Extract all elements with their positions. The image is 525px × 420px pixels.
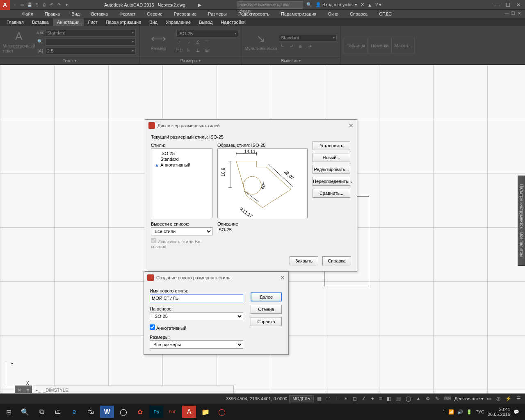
menu-dimension[interactable]: Размеры — [202, 11, 233, 16]
style-item[interactable]: ISO-25 — [155, 151, 209, 156]
dyn-icon[interactable]: + — [370, 396, 376, 402]
tab-insert[interactable]: Вставка — [28, 18, 53, 26]
panel-lead-label[interactable]: Выноски — [242, 57, 340, 64]
tab-annotate[interactable]: Аннотации — [53, 18, 84, 26]
isolate-icon[interactable]: ◎ — [495, 396, 502, 402]
close-dialog-button[interactable]: Закрыть — [290, 256, 318, 265]
menu-parametric[interactable]: Параметризация — [275, 11, 322, 16]
menu-view[interactable]: Вид — [66, 11, 85, 16]
style-item-annotative[interactable]: ▲ Аннотативный — [155, 162, 209, 168]
dim-ordinate-icon[interactable]: ⊥ — [194, 47, 201, 54]
dim-arc-icon[interactable]: ⌒ — [203, 39, 210, 46]
leader-add-icon[interactable]: ⤷ — [279, 43, 285, 50]
style-item[interactable]: Standard — [155, 156, 209, 162]
clean-icon[interactable]: ▭ — [485, 396, 493, 402]
mleader-button[interactable]: ↘Мультивыноска — [245, 32, 276, 51]
doc-restore-icon[interactable]: ❐ — [511, 11, 517, 17]
language-indicator[interactable]: РУС — [475, 409, 484, 414]
search-go-icon[interactable]: ▶ — [198, 2, 201, 8]
cancel-button[interactable]: Отмена — [251, 305, 282, 314]
leader-align-icon[interactable]: ≡ — [297, 43, 304, 50]
menu-spds[interactable]: СПДС — [373, 11, 397, 16]
photoshop-icon[interactable]: Ps — [149, 406, 163, 418]
app-icon[interactable]: ✿ — [133, 406, 147, 418]
dim-aligned-icon[interactable]: ⟋ — [185, 39, 192, 46]
new-name-input[interactable] — [150, 294, 243, 302]
leader-remove-icon[interactable]: ⤶ — [288, 43, 294, 50]
dim-tolerance-icon[interactable]: ⊕ — [203, 47, 210, 54]
dialog2-titlebar[interactable]: Создание нового размерного стиля ✕ — [144, 272, 288, 283]
modify-button[interactable]: Редактировать... — [313, 165, 350, 174]
help-icon[interactable]: ? ▾ — [375, 2, 381, 7]
autodesk360-icon[interactable]: ▲ — [368, 2, 372, 7]
menu-draw[interactable]: Рисование — [168, 11, 202, 16]
continue-button[interactable]: Далее — [251, 292, 282, 301]
network-icon[interactable]: 📶 — [448, 409, 454, 415]
modelspace-toggle[interactable]: МОДЕЛЬ — [289, 395, 314, 402]
doc-close-icon[interactable]: ✕ — [518, 11, 523, 17]
lwt-icon[interactable]: ≡ — [377, 396, 383, 402]
menu-file[interactable]: Файл — [16, 11, 39, 16]
clock[interactable]: 20:4126.05.2016 — [488, 407, 510, 417]
exchange-icon[interactable]: ✕ — [361, 2, 364, 7]
volume-icon[interactable]: 🔊 — [457, 409, 463, 415]
dialog1-titlebar[interactable]: Диспетчер размерных стилей ✕ — [145, 120, 357, 131]
transparency-icon[interactable]: ◧ — [385, 396, 393, 402]
list-filter-select[interactable]: Все стили — [151, 227, 212, 235]
chrome-icon[interactable]: ◯ — [116, 406, 130, 418]
dim-continue-icon[interactable]: ⊢⊢ — [176, 47, 183, 54]
polar-icon[interactable]: ✶ — [342, 396, 349, 402]
units-icon[interactable]: ⌨ — [443, 396, 453, 402]
explorer-icon[interactable]: 🗂 — [51, 406, 65, 418]
search-icon[interactable]: 🔍 — [306, 2, 312, 7]
menu-modify[interactable]: Редактировать — [233, 11, 275, 16]
battery-icon[interactable]: 🔋 — [466, 409, 472, 415]
leader-style-dropdown[interactable]: Standard — [279, 34, 337, 41]
tab-parametric[interactable]: Параметризация — [102, 18, 145, 26]
mtext-button[interactable]: AМногострочный текст — [3, 30, 34, 53]
annomon-icon[interactable]: ✎ — [434, 396, 441, 402]
menu-help[interactable]: Справка — [344, 11, 373, 16]
custom-icon[interactable]: ☰ — [515, 396, 523, 402]
doc-minimize-icon[interactable]: — — [504, 11, 510, 17]
dialog2-close-icon[interactable]: ✕ — [280, 274, 285, 281]
qp-icon[interactable]: ▤ — [395, 396, 402, 402]
taskview-icon[interactable]: ⧉ — [34, 406, 48, 418]
menu-insert[interactable]: Вставка — [85, 11, 114, 16]
tab-layout[interactable]: Лист — [84, 18, 102, 26]
help-button[interactable]: Справка — [322, 256, 351, 265]
osnap-icon[interactable]: ◻ — [351, 396, 358, 402]
store-icon[interactable]: 🛍 — [84, 406, 98, 418]
help2-button[interactable]: Справка — [251, 317, 282, 326]
autocad-task-icon[interactable]: A — [182, 406, 196, 418]
redo-icon[interactable]: ↷ — [56, 2, 62, 8]
tab-manage[interactable]: Управление — [162, 18, 195, 26]
panel-text-label[interactable]: Текст — [0, 57, 139, 64]
pdf-icon[interactable]: PDF — [166, 406, 180, 418]
close-button[interactable]: ✕ — [514, 2, 523, 8]
leader-collect-icon[interactable]: ⇥ — [306, 43, 313, 50]
tab-output[interactable]: Вывод — [195, 18, 217, 26]
tables-button[interactable]: Таблицы — [344, 38, 368, 53]
dim-baseline-icon[interactable]: ⊩ — [185, 47, 192, 54]
menu-format[interactable]: Формат — [114, 11, 141, 16]
dim-angular-icon[interactable]: ∠ — [194, 39, 201, 46]
opera-icon[interactable]: ◯ — [215, 406, 229, 418]
tab-view[interactable]: Вид — [145, 18, 162, 26]
search-input[interactable]: Введите ключевое слово/фразу — [237, 1, 303, 9]
word-icon[interactable]: W — [100, 406, 114, 418]
open-icon[interactable]: ▭ — [19, 2, 25, 8]
app-logo[interactable]: A — [0, 0, 10, 10]
annotative-checkbox[interactable] — [150, 324, 155, 330]
otrack-icon[interactable]: ∠ — [360, 396, 368, 402]
undo-icon[interactable]: ↶ — [48, 2, 55, 8]
text-style-dropdown[interactable]: Standard — [45, 29, 136, 37]
units-label[interactable]: Десятичные ▾ — [454, 396, 484, 402]
qat-more-icon[interactable]: ▾ — [63, 2, 70, 8]
snap-icon[interactable]: ⸬ — [325, 396, 331, 402]
base-style-select[interactable]: ISO-25 — [150, 312, 243, 320]
sc-icon[interactable]: ◯ — [404, 396, 413, 402]
ortho-icon[interactable]: ⊥ — [333, 396, 340, 402]
annoscale-icon[interactable]: ▲ — [414, 396, 422, 402]
signin-button[interactable]: 👤 Вход в службы ▾ — [315, 2, 357, 7]
